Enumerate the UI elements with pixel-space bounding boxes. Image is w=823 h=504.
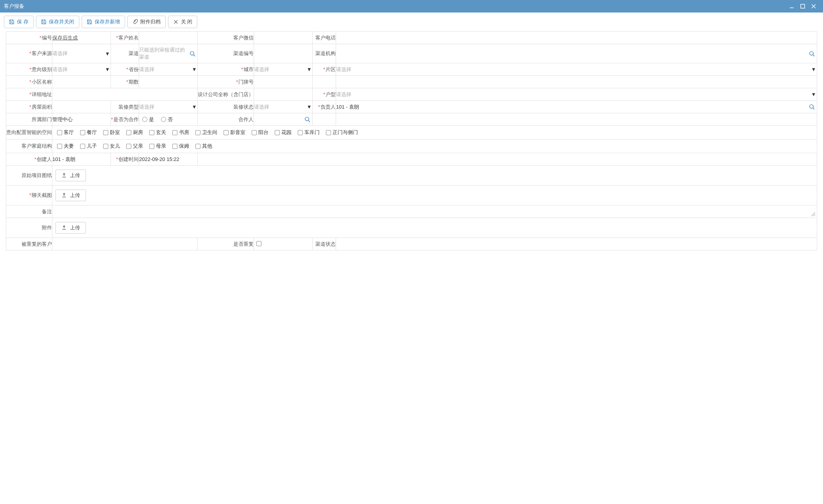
owner-lookup[interactable]: 101 - 袁朗: [336, 101, 817, 113]
minimize-button[interactable]: [786, 1, 797, 12]
customer-name-input[interactable]: [139, 32, 197, 43]
is-partner-no[interactable]: 否: [161, 116, 173, 123]
created-at-value: 2022-09-20 15:22: [139, 156, 179, 162]
spaces-option[interactable]: 车库门: [298, 129, 320, 136]
dup-customer-input[interactable]: [52, 239, 197, 249]
spaces-option[interactable]: 书房: [172, 129, 189, 136]
save-icon: [87, 19, 92, 25]
checkbox-icon: [195, 130, 200, 135]
spaces-checkbox-group: 客厅餐厅卧室厨房玄关书房卫生间影音室阳台花园车库门正门与侧门: [52, 126, 817, 139]
label-design-company: 设计公司全称（含门店）: [198, 91, 254, 97]
family-option[interactable]: 其他: [195, 143, 212, 150]
caret-down-icon: ▼: [191, 104, 197, 110]
search-icon: [809, 51, 817, 57]
caret-down-icon: ▼: [810, 66, 817, 72]
save-new-button[interactable]: 保存并新增: [82, 16, 125, 28]
house-type-select[interactable]: 请选择▼: [336, 89, 817, 100]
attachment-archive-button[interactable]: 附件归档: [127, 16, 166, 28]
city-select[interactable]: 请选择▼: [254, 64, 312, 75]
svg-point-6: [190, 51, 194, 55]
window-title: 客户报备: [4, 3, 786, 10]
caret-down-icon: ▼: [810, 91, 817, 97]
label-family: 客户家庭结构: [21, 143, 52, 149]
channel-status-input[interactable]: [336, 239, 817, 249]
checkbox-icon: [172, 144, 177, 149]
province-select[interactable]: 请选择▼: [139, 64, 197, 75]
save-button[interactable]: 保 存: [4, 16, 34, 28]
channel-org-lookup[interactable]: [336, 51, 817, 57]
family-option[interactable]: 父亲: [126, 143, 143, 150]
spaces-option[interactable]: 影音室: [224, 129, 245, 136]
label-remark: 备注: [42, 209, 52, 214]
label-dept: 所属部门: [32, 116, 52, 122]
source-select[interactable]: 请选择▼: [52, 48, 111, 59]
search-icon: [809, 104, 817, 110]
checkbox-icon: [103, 144, 108, 149]
spaces-option[interactable]: 阳台: [252, 129, 268, 136]
family-option[interactable]: 母亲: [149, 143, 166, 150]
period-input[interactable]: [139, 77, 197, 87]
label-partner: 合作人: [238, 116, 254, 122]
save-icon: [9, 19, 14, 25]
spaces-option[interactable]: 正门与侧门: [326, 129, 358, 136]
label-created-at: 创建时间: [116, 156, 139, 162]
spaces-option[interactable]: 客厅: [57, 129, 74, 136]
spaces-option[interactable]: 厨房: [126, 129, 143, 136]
wechat-input[interactable]: [254, 32, 312, 43]
family-option[interactable]: 夫妻: [57, 143, 74, 150]
label-dup-customer: 被重复的客户: [21, 241, 52, 247]
label-channel-no: 渠道编号: [233, 50, 254, 56]
community-input[interactable]: [52, 77, 111, 87]
checkbox-icon: [172, 130, 177, 135]
close-window-button[interactable]: [808, 1, 819, 12]
address-input[interactable]: [52, 89, 197, 100]
id-value: 保存后生成: [52, 35, 78, 41]
spaces-option[interactable]: 餐厅: [80, 129, 97, 136]
label-deco-type: 装修类型: [118, 104, 139, 110]
phone-input[interactable]: [336, 32, 817, 43]
upload-icon: [61, 225, 67, 231]
label-channel-org: 渠道机构: [315, 50, 336, 56]
door-no-input[interactable]: [254, 77, 312, 87]
checkbox-icon: [252, 130, 257, 135]
close-button[interactable]: 关 闭: [168, 16, 198, 28]
label-is-dup: 是否重复: [233, 241, 254, 247]
area-input[interactable]: [52, 102, 111, 112]
channel-no-input[interactable]: [254, 48, 312, 59]
checkbox-icon: [80, 130, 85, 135]
spaces-option[interactable]: 卫生间: [195, 129, 217, 136]
is-dup-checkbox[interactable]: [256, 241, 261, 246]
channel-lookup[interactable]: 只能选到审核通过的渠道: [139, 44, 197, 63]
attachment-upload-button[interactable]: 上传: [55, 222, 86, 234]
family-option[interactable]: 女儿: [103, 143, 120, 150]
save-close-button[interactable]: 保存并关闭: [36, 16, 79, 28]
intent-level-select[interactable]: 请选择▼: [52, 64, 111, 75]
family-option[interactable]: 儿子: [80, 143, 97, 150]
svg-point-10: [810, 105, 813, 108]
orig-drawing-upload-button[interactable]: 上传: [55, 170, 86, 181]
partner-lookup[interactable]: [254, 116, 312, 122]
title-bar: 客户报备: [0, 0, 823, 13]
label-region: 片区: [323, 66, 336, 72]
chat-shot-upload-button[interactable]: 上传: [55, 189, 86, 201]
family-checkbox-group: 夫妻儿子女儿父亲母亲保姆其他: [52, 139, 817, 153]
checkbox-icon: [195, 144, 200, 149]
label-channel-status: 渠道状态: [315, 241, 336, 247]
remark-textarea[interactable]: [52, 206, 817, 218]
resize-handle-icon[interactable]: [810, 211, 815, 216]
family-option[interactable]: 保姆: [172, 143, 189, 150]
deco-type-select[interactable]: 请选择▼: [139, 101, 197, 113]
spaces-option[interactable]: 玄关: [149, 129, 166, 136]
design-company-input[interactable]: [254, 89, 312, 100]
dept-value: 管理中心: [52, 116, 73, 122]
spaces-option[interactable]: 卧室: [103, 129, 120, 136]
deco-status-select[interactable]: 请选择▼: [254, 101, 312, 113]
is-partner-radio-group: 是 否: [139, 116, 197, 123]
spaces-option[interactable]: 花园: [275, 129, 292, 136]
region-select[interactable]: 请选择▼: [336, 64, 817, 75]
caret-down-icon: ▼: [306, 104, 312, 110]
is-partner-yes[interactable]: 是: [142, 116, 154, 123]
maximize-button[interactable]: [797, 1, 808, 12]
upload-icon: [61, 173, 67, 178]
label-creator: 创建人: [34, 156, 52, 162]
